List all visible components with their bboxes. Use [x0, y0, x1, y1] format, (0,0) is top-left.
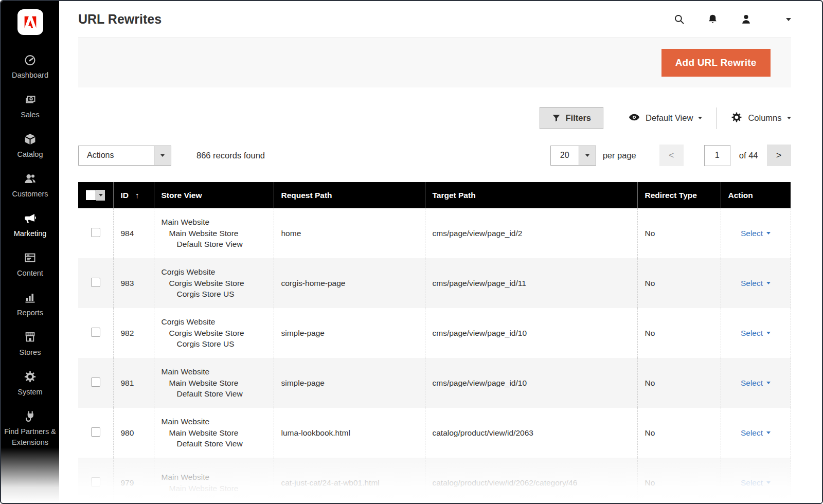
sidebar-item-stores[interactable]: Stores	[1, 325, 59, 364]
previous-page-button[interactable]: <	[659, 145, 684, 166]
table-row: 979 Main Website Main Website Store cat-…	[78, 458, 791, 504]
cell-target-path: cms/page/view/page_id/10	[425, 358, 637, 408]
actions-row: Actions 866 records found 20 per page < …	[78, 145, 791, 166]
cell-store-view: Corgis Website Corgis Website Store Corg…	[154, 308, 274, 358]
default-view-label: Default View	[646, 113, 693, 123]
sidebar-item-marketing[interactable]: Marketing	[1, 206, 59, 245]
add-url-rewrite-button[interactable]: Add URL Rewrite	[661, 49, 771, 77]
store-view-line: Main Website Store	[162, 377, 274, 389]
caret-down-icon	[698, 117, 702, 119]
filters-label: Filters	[566, 113, 592, 123]
cell-target-path: cms/page/view/page_id/2	[425, 208, 637, 258]
sidebar-item-content[interactable]: Content	[1, 245, 59, 285]
row-checkbox[interactable]	[91, 477, 100, 487]
sidebar-item-find-partners-extensions[interactable]: Find Partners & Extensions	[1, 404, 59, 454]
select-all-header	[78, 182, 113, 208]
gear-icon	[730, 111, 743, 125]
content-icon	[23, 251, 37, 265]
select-all-caret[interactable]	[96, 190, 105, 201]
sidebar-item-label: System	[17, 387, 42, 398]
sidebar-item-system[interactable]: System	[1, 364, 59, 404]
select-action[interactable]: Select	[741, 428, 771, 438]
row-checkbox-cell	[78, 458, 113, 504]
actions-dropdown[interactable]: Actions	[78, 146, 171, 166]
select-action[interactable]: Select	[741, 379, 771, 388]
sales-icon	[23, 93, 37, 106]
row-checkbox[interactable]	[91, 328, 100, 337]
store-view-line: Default Store View	[162, 239, 274, 250]
column-header-redirect-type[interactable]: Redirect Type	[637, 182, 721, 208]
cell-redirect-type: No	[637, 458, 721, 504]
cell-target-path: cms/page/view/page_id/10	[425, 308, 637, 358]
next-page-button[interactable]: >	[767, 145, 791, 166]
cell-request-path: simple-page	[274, 308, 425, 358]
caret-down-icon[interactable]	[786, 18, 791, 21]
cell-request-path: luma-lookbook.html	[274, 408, 425, 458]
actions-left: Actions 866 records found	[78, 146, 265, 166]
default-view-control[interactable]: Default View	[628, 111, 702, 125]
sidebar-item-dashboard[interactable]: Dashboard	[1, 47, 59, 87]
sidebar-item-label: Find Partners & Extensions	[3, 426, 57, 448]
controls-divider	[716, 107, 717, 129]
row-checkbox[interactable]	[91, 228, 100, 237]
sidebar-item-reports[interactable]: Reports	[1, 285, 59, 325]
caret-down-icon	[579, 146, 596, 165]
pagination: 20 per page < of 44 >	[550, 145, 791, 166]
row-checkbox-cell	[78, 408, 113, 458]
select-action[interactable]: Select	[741, 229, 771, 238]
per-page-label: per page	[603, 151, 636, 160]
page-number-input[interactable]	[704, 145, 730, 166]
sidebar: Dashboard Sales Catalog Customers	[1, 1, 59, 503]
select-action[interactable]: Select	[741, 329, 771, 338]
cell-action: Select	[721, 458, 791, 504]
columns-control[interactable]: Columns	[730, 111, 791, 125]
column-header-target-path[interactable]: Target Path	[425, 182, 637, 208]
cell-id: 981	[113, 358, 154, 408]
records-found-text: 866 records found	[196, 151, 265, 160]
column-header-id[interactable]: ID↑	[113, 182, 154, 208]
sidebar-item-label: Sales	[21, 110, 39, 120]
sidebar-item-catalog[interactable]: Catalog	[1, 127, 59, 166]
filters-button[interactable]: Filters	[540, 107, 604, 129]
table-row: 981 Main Website Main Website Store Defa…	[78, 358, 791, 408]
row-checkbox[interactable]	[91, 427, 100, 437]
cell-id: 983	[113, 258, 154, 308]
search-icon[interactable]	[673, 13, 685, 25]
cell-redirect-type: No	[637, 358, 721, 408]
table-row: 983 Corgis Website Corgis Website Store …	[78, 258, 791, 308]
row-checkbox[interactable]	[91, 377, 100, 387]
cell-redirect-type: No	[637, 258, 721, 308]
actions-dropdown-value: Actions	[79, 146, 154, 165]
select-action[interactable]: Select	[741, 478, 771, 488]
sidebar-item-label: Stores	[20, 347, 41, 358]
select-all-checkbox[interactable]	[86, 190, 96, 200]
url-rewrites-table: ID↑ Store View Request Path Target Path …	[78, 182, 791, 504]
sidebar-item-customers[interactable]: Customers	[1, 166, 59, 206]
row-checkbox-cell	[78, 208, 113, 258]
column-header-request-path[interactable]: Request Path	[274, 182, 425, 208]
notifications-icon[interactable]	[707, 13, 719, 25]
caret-down-icon	[766, 332, 771, 334]
grid-controls: Filters Default View Columns	[78, 107, 791, 129]
per-page-dropdown[interactable]: 20	[550, 146, 596, 166]
cell-request-path: corgis-home-page	[274, 258, 425, 308]
sidebar-item-sales[interactable]: Sales	[1, 87, 59, 127]
store-view-line: Default Store View	[162, 438, 274, 449]
marketing-icon	[23, 211, 37, 225]
sidebar-nav: Dashboard Sales Catalog Customers	[1, 47, 59, 454]
adobe-logo[interactable]	[17, 9, 43, 35]
row-checkbox[interactable]	[91, 278, 100, 287]
caret-down-icon	[766, 382, 771, 384]
caret-down-icon	[787, 117, 791, 119]
cell-request-path: simple-page	[274, 358, 425, 408]
filter-funnel-icon	[552, 114, 561, 122]
select-action[interactable]: Select	[741, 279, 771, 288]
row-checkbox-cell	[78, 258, 113, 308]
eye-icon	[628, 111, 640, 125]
store-view-line: Corgis Website Store	[162, 278, 274, 289]
cell-redirect-type: No	[637, 208, 721, 258]
page-header: URL Rewrites	[78, 1, 791, 38]
account-icon[interactable]	[740, 13, 752, 25]
column-header-store-view[interactable]: Store View	[154, 182, 274, 208]
cell-request-path: home	[274, 208, 425, 258]
